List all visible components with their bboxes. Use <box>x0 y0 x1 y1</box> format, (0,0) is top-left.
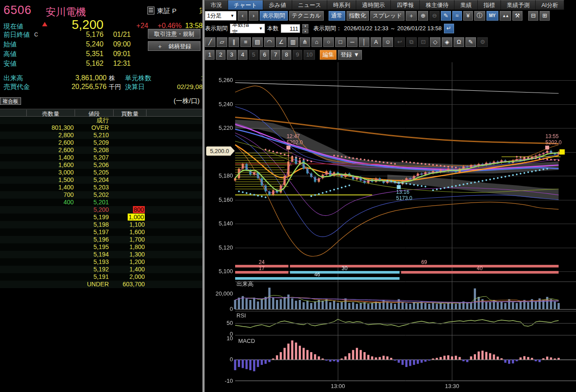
chart-preset-3[interactable]: 3 <box>227 50 236 60</box>
text-tool[interactable]: A <box>371 37 381 47</box>
tab-業績予測[interactable]: 業績予測 <box>501 0 536 10</box>
printer-icon[interactable]: ⊟ <box>528 11 538 21</box>
orderbook-row[interactable]: 5,1921,400 <box>0 266 202 273</box>
chart-preset-7[interactable]: 7 <box>271 50 280 60</box>
wrench-icon[interactable]: ⚒ <box>512 11 523 21</box>
register-preset-button[interactable]: 登録 ▼ <box>338 50 361 60</box>
info-icon[interactable]: ⓘ <box>474 11 485 21</box>
price-chart-canvas[interactable] <box>205 61 576 392</box>
orderbook-row[interactable]: 1,4005,203 <box>0 184 202 191</box>
pitchfork-tool[interactable]: ⋔ <box>300 37 310 47</box>
horizontal-line-tool[interactable]: ─ <box>347 37 358 47</box>
tab-歩み値[interactable]: 歩み値 <box>263 0 292 10</box>
technical-button[interactable]: テクニカル <box>289 11 324 21</box>
price-level[interactable]: 5,192 <box>74 266 109 273</box>
yen-icon[interactable]: ¥ <box>463 11 473 21</box>
chart-preset-1[interactable]: 1 <box>205 50 215 60</box>
price-level[interactable]: 5,202 <box>74 191 109 199</box>
price-level[interactable]: OVER <box>74 124 109 132</box>
tab-市況[interactable]: 市況 <box>205 0 228 10</box>
lock-drawings-tool[interactable]: ✎ <box>465 37 476 47</box>
pencil-icon[interactable]: ✎ <box>441 11 451 21</box>
tab-時系列[interactable]: 時系列 <box>327 0 356 10</box>
edit-presets-button[interactable]: 編集 <box>320 50 336 60</box>
magnet-tool[interactable]: Ω <box>454 37 464 47</box>
composite-board-button[interactable]: 複合板 <box>0 97 21 105</box>
orderbook-row[interactable]: 5,1971,600 <box>0 228 202 236</box>
orderbook-row[interactable]: 5,1991,000 <box>0 214 202 221</box>
prev-period-button[interactable]: ‹ <box>238 11 247 21</box>
next-period-button[interactable]: › <box>249 11 258 21</box>
price-level[interactable]: UNDER <box>74 281 109 288</box>
indexed-button[interactable]: 指数化 <box>347 11 369 21</box>
price-level[interactable]: 5,203 <box>74 184 109 191</box>
normal-button[interactable]: 通常 <box>329 11 345 21</box>
orderbook-row[interactable]: 4005,201 <box>0 199 202 206</box>
price-level[interactable]: 5,204 <box>74 176 109 184</box>
chart-preset-2[interactable]: 2 <box>216 50 225 60</box>
bar-count-stepper[interactable]: ▼▲ <box>302 24 308 33</box>
orderbook-row[interactable]: 5,1961,700 <box>0 236 202 243</box>
eraser-tool[interactable]: ◇ <box>430 37 440 47</box>
orderbook-row[interactable]: 5,1941,300 <box>0 251 202 258</box>
price-level[interactable]: 5,208 <box>74 146 109 154</box>
crosshair-icon[interactable]: ＋ <box>406 11 417 21</box>
vertical-line-tool[interactable]: │ <box>359 37 369 47</box>
orderbook-row[interactable]: 7005,202 <box>0 191 202 199</box>
price-level[interactable]: 5,196 <box>74 236 109 243</box>
circle-tool[interactable]: ○ <box>323 37 334 47</box>
fan-lines-tool[interactable]: ∠ <box>276 37 286 47</box>
orderbook-row[interactable]: 3,0005,205 <box>0 169 202 176</box>
price-level[interactable]: 5,194 <box>74 251 109 258</box>
reset-period-button[interactable]: ↵ <box>444 24 454 33</box>
price-level[interactable]: 5,206 <box>74 161 109 169</box>
orderbook-row[interactable]: 5,1951,800 <box>0 243 202 251</box>
price-level[interactable]: 成行 <box>74 117 109 124</box>
chart-preset-4[interactable]: 4 <box>238 50 247 60</box>
price-level[interactable]: 5,205 <box>74 169 109 176</box>
zoom-in-icon[interactable]: ⊕ <box>418 11 428 21</box>
orderbook-row[interactable]: 1,6005,206 <box>0 161 202 169</box>
price-level[interactable]: 5,198 <box>74 221 109 228</box>
tab-ニュース[interactable]: ニュース <box>292 0 327 10</box>
price-level[interactable]: 5,210 <box>74 132 109 139</box>
orderbook-row[interactable]: 5,200800 <box>0 206 202 214</box>
icon-stamp-tool[interactable]: ☺ <box>383 37 393 47</box>
orderbook-row[interactable]: 2,8005,210 <box>0 132 202 139</box>
ruler-tool[interactable]: ▱ <box>217 37 227 47</box>
tab-チャート[interactable]: チャート <box>228 0 263 10</box>
eraser-all-tool[interactable]: ◈ <box>442 37 452 47</box>
tab-AI分析[interactable]: AI分析 <box>536 0 564 10</box>
price-level[interactable]: 5,191 <box>74 273 109 281</box>
price-level[interactable]: 5,200 <box>74 206 109 214</box>
triple-hline-tool[interactable]: ≡ <box>240 37 251 47</box>
orderbook-row[interactable]: 5,1981,100 <box>0 221 202 228</box>
trade-caution-button[interactable]: 取引注意・規制 <box>148 29 200 39</box>
parallel-lines-tool[interactable]: ∥ <box>229 37 239 47</box>
step-down-icon[interactable]: ▼ <box>302 24 308 29</box>
orderbook-row[interactable]: 5,1931,200 <box>0 258 202 266</box>
export-window-icon[interactable]: ⊞ <box>540 11 550 21</box>
tab-業績[interactable]: 業績 <box>454 0 478 10</box>
register-stock-button[interactable]: ＋ 銘柄登録 <box>148 41 200 51</box>
multi-hline-tool[interactable]: ▤ <box>252 37 263 47</box>
orderbook-row[interactable]: 2,6005,208 <box>0 146 202 154</box>
price-level[interactable]: 5,193 <box>74 258 109 266</box>
mountain-chart-icon[interactable]: ▲▲ <box>500 11 511 21</box>
freehand-wave-icon[interactable]: ≈ <box>452 11 462 21</box>
pentagon-tool[interactable]: ⌂ <box>311 37 322 47</box>
price-level[interactable]: 5,199 <box>74 214 109 221</box>
zoom-out-icon[interactable]: ⊖ <box>429 11 440 21</box>
orderbook-row[interactable]: 2,6005,209 <box>0 139 202 146</box>
orderbook-row[interactable]: 1,5005,204 <box>0 176 202 184</box>
chart-preset-6[interactable]: 6 <box>260 50 269 60</box>
spread-button[interactable]: スプレッド <box>370 11 405 21</box>
tab-適時開示[interactable]: 適時開示 <box>356 0 391 10</box>
vertical-lines-tool[interactable]: ▥ <box>288 37 298 47</box>
chart-preset-8[interactable]: 8 <box>282 50 291 60</box>
arc-tool[interactable]: ◠ <box>264 37 275 47</box>
tab-株主優待[interactable]: 株主優待 <box>420 0 454 10</box>
rectangle-tool[interactable]: □ <box>335 37 346 47</box>
price-level[interactable]: 5,197 <box>74 228 109 236</box>
trendline-tool[interactable]: ╱ <box>205 37 215 47</box>
